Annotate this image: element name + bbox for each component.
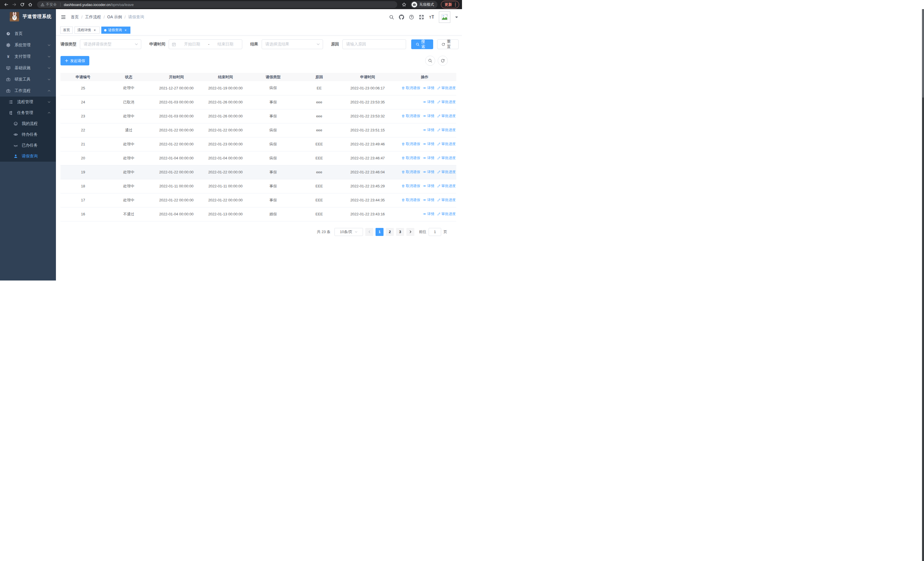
cell-id: 16 [60, 207, 106, 221]
tab-请假查询[interactable]: 请假查询× [101, 27, 130, 34]
address-bar[interactable]: 不安全 dashboard.yudao.iocoder.cn/bpm/oa/le… [37, 1, 397, 8]
sidebar-item-label: 系统管理 [15, 42, 30, 48]
detail-action-link[interactable]: 详情 [423, 114, 434, 119]
eye-icon [423, 212, 426, 216]
page-button-3[interactable]: 3 [396, 228, 404, 236]
cell-reason: EEE [296, 207, 342, 221]
sidebar-item-流程管理[interactable]: 流程管理 [0, 96, 56, 107]
browser-update-button[interactable]: 更新 [441, 1, 459, 8]
sidebar-item-首页[interactable]: 首页 [0, 28, 56, 39]
back-icon[interactable] [3, 1, 10, 8]
table-row-25: 25处理中2021-12-27 00:00:002022-01-19 00:00… [60, 81, 456, 95]
sidebar-item-工作流程[interactable]: 工作流程 [0, 85, 56, 96]
progress-action-link[interactable]: 审批进度 [437, 170, 456, 174]
detail-action-link[interactable]: 详情 [423, 142, 434, 146]
refresh-table-button[interactable] [438, 56, 448, 66]
fontsize-icon[interactable]: TT [429, 15, 434, 20]
security-warning[interactable]: 不安全 [40, 2, 57, 7]
fullscreen-icon[interactable] [419, 15, 424, 20]
next-page-button[interactable] [406, 228, 414, 236]
progress-action-label: 审批进度 [441, 170, 456, 174]
progress-action-link[interactable]: 审批进度 [437, 156, 456, 161]
cancel-action-link[interactable]: 取消请假 [402, 170, 420, 174]
progress-action-link[interactable]: 审批进度 [437, 183, 456, 188]
avatar-caret-icon[interactable] [455, 17, 458, 20]
apply-time-range-picker[interactable]: 开始日期 - 结束日期 [169, 39, 242, 49]
chevron-down-icon [355, 230, 357, 233]
sidebar-fold-icon[interactable] [60, 14, 66, 20]
eye-icon [423, 184, 426, 188]
detail-action-link[interactable]: 详情 [423, 128, 434, 132]
sidebar-item-请假查询[interactable]: 请假查询 [0, 151, 56, 162]
prev-page-button[interactable] [365, 228, 373, 236]
progress-action-link[interactable]: 审批进度 [437, 86, 456, 90]
page-button-1[interactable]: 1 [375, 228, 384, 236]
sidebar-item-我的流程[interactable]: 我的流程 [0, 118, 56, 129]
sidebar-item-系统管理[interactable]: 系统管理 [0, 39, 56, 51]
reason-input[interactable]: 请输入原因 [342, 39, 406, 49]
detail-action-link[interactable]: 详情 [423, 156, 434, 161]
tab-首页[interactable]: 首页 [60, 27, 73, 34]
result-select[interactable]: 请选择流结果 [262, 39, 323, 49]
goto-page-input[interactable] [429, 228, 441, 236]
sidebar-item-待办任务[interactable]: 待办任务 [0, 129, 56, 140]
progress-action-label: 审批进度 [441, 183, 456, 188]
cancel-action-link[interactable]: 取消请假 [402, 86, 420, 90]
detail-action-link[interactable]: 详情 [423, 183, 434, 188]
sidebar-item-已办任务[interactable]: 已办任务 [0, 140, 56, 151]
progress-action-link[interactable]: 审批进度 [437, 114, 456, 119]
question-icon[interactable] [409, 15, 414, 20]
progress-action-link[interactable]: 审批进度 [437, 100, 456, 105]
progress-action-link[interactable]: 审批进度 [437, 128, 456, 132]
tab-流程详情[interactable]: 流程详情× [75, 27, 100, 34]
breadcrumb-item-1[interactable]: 工作流程 [85, 15, 101, 20]
home-icon[interactable] [27, 1, 34, 8]
sidebar-item-任务管理[interactable]: 任务管理 [0, 107, 56, 118]
detail-action-link[interactable]: 详情 [423, 198, 434, 203]
cancel-action-link[interactable]: 取消请假 [402, 156, 420, 161]
progress-action-link[interactable]: 审批进度 [437, 198, 456, 203]
forward-icon[interactable] [11, 1, 18, 8]
detail-action-link[interactable]: 详情 [423, 212, 434, 217]
cancel-action-link[interactable]: 取消请假 [402, 198, 420, 203]
reset-button-label: 重置 [447, 39, 454, 50]
sidebar-item-支付管理[interactable]: ¥支付管理 [0, 51, 56, 62]
table-row-18: 18处理中2022-01-11 00:00:002022-01-11 00:00… [60, 179, 456, 193]
app-title: 芋道管理系统 [22, 14, 52, 20]
avatar[interactable] [439, 11, 450, 23]
sidebar-item-label: 工作流程 [15, 88, 30, 93]
progress-action-link[interactable]: 审批进度 [437, 142, 456, 146]
show-search-button[interactable] [425, 56, 435, 66]
sidebar-item-研发工具[interactable]: 研发工具 [0, 74, 56, 85]
page-button-2[interactable]: 2 [386, 228, 394, 236]
cell-type: 病假 [250, 123, 296, 137]
app-logo[interactable]: 芋道管理系统 [0, 9, 56, 24]
detail-action-link[interactable]: 详情 [423, 86, 434, 90]
cancel-action-link[interactable]: 取消请假 [402, 142, 420, 146]
reason-label: 原因 [331, 42, 339, 47]
reload-icon[interactable] [19, 1, 26, 8]
detail-action-link[interactable]: 详情 [423, 170, 434, 174]
breadcrumb-item-0[interactable]: 首页 [71, 15, 79, 20]
github-icon[interactable] [399, 15, 404, 20]
reset-button[interactable]: 重置 [437, 39, 459, 49]
bookmark-star-icon[interactable] [400, 1, 408, 8]
leave-type-select[interactable]: 请选择请假类型 [80, 39, 141, 49]
search-icon[interactable] [389, 15, 394, 20]
search-button[interactable]: 搜索 [411, 39, 433, 49]
detail-action-link[interactable]: 详情 [423, 100, 434, 105]
cell-end: 2022-01-26 00:00:00 [201, 95, 250, 109]
breadcrumb-item-2[interactable]: OA 示例 [107, 15, 122, 20]
close-icon[interactable]: × [123, 28, 128, 32]
progress-action-link[interactable]: 审批进度 [437, 212, 456, 217]
sidebar-item-基础设施[interactable]: 基础设施 [0, 62, 56, 74]
cancel-action-link[interactable]: 取消请假 [402, 114, 420, 119]
close-icon[interactable]: × [93, 28, 97, 32]
cell-id: 22 [60, 123, 106, 137]
create-leave-button[interactable]: 发起请假 [60, 56, 89, 65]
kebab-menu-icon[interactable] [455, 2, 456, 7]
progress-action-label: 审批进度 [441, 212, 456, 217]
cancel-action-link[interactable]: 取消请假 [402, 183, 420, 188]
browser-toolbar: 不安全 dashboard.yudao.iocoder.cn/bpm/oa/le… [0, 0, 462, 9]
page-size-select[interactable]: 10条/页 [334, 228, 363, 236]
